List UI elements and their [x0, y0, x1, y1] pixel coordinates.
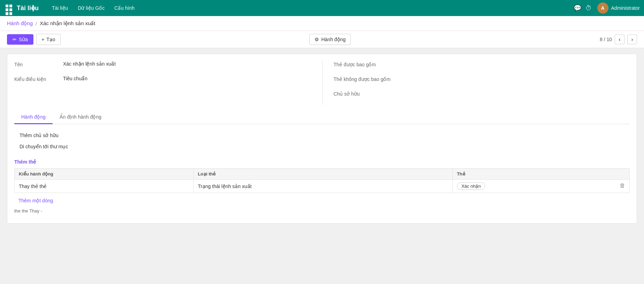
chat-icon[interactable]: 💬: [574, 4, 581, 12]
breadcrumb-separator: /: [36, 21, 37, 27]
menu-item-config[interactable]: Cấu hình: [109, 0, 139, 16]
prev-page-button[interactable]: ‹: [615, 35, 624, 44]
value-kieu-dieu-kien: Tiêu chuẩn: [63, 76, 311, 81]
cell-action-type: Thay thẻ thẻ: [15, 180, 194, 193]
form-right-section: Thẻ được bao gồm Thẻ không được bao gồm …: [322, 61, 630, 105]
delete-row-icon[interactable]: 🗑: [620, 182, 625, 189]
tag-section: Thêm thẻ Kiểu hành động Loại thẻ Thẻ Tha…: [14, 159, 630, 205]
breadcrumb-parent[interactable]: Hành động: [7, 20, 33, 27]
field-the-duoc-bao-gom: Thẻ được bao gồm: [334, 61, 630, 72]
col-header-loai-the: Loại thẻ: [193, 169, 452, 180]
main-content: Tên Xác nhận lệnh sản xuất Kiểu điều kiệ…: [0, 48, 644, 229]
clock-icon[interactable]: ⏱: [585, 5, 592, 12]
action-label: Hành động: [321, 37, 346, 42]
next-page-button[interactable]: ›: [627, 35, 637, 44]
menu-item-documents[interactable]: Tài liệu: [47, 0, 73, 16]
toolbar: ✏ Sửa + Tạo ⚙ Hành động 8 / 10 ‹ ›: [0, 31, 644, 48]
bottom-text: the the Thay -: [14, 205, 630, 216]
form-grid: Tên Xác nhận lệnh sản xuất Kiểu điều kiệ…: [14, 61, 630, 105]
action-button[interactable]: ⚙ Hành động: [309, 34, 351, 45]
action-item-di-chuyen[interactable]: Di chuyển tới thư mục: [14, 141, 630, 152]
topnav-action-icons: 💬 ⏱: [574, 4, 592, 12]
app-title: Tài liệu: [17, 4, 39, 12]
cell-tag-type: Trạng thái lệnh sản xuất: [193, 180, 452, 193]
field-chu-so-huu: Chủ sở hữu: [334, 90, 630, 101]
table-row: Thay thẻ thẻ Trạng thái lệnh sản xuất Xá…: [15, 180, 630, 193]
apps-grid-icon[interactable]: [4, 3, 14, 13]
edit-button[interactable]: ✏ Sửa: [7, 34, 33, 45]
pagination: 8 / 10 ‹ ›: [600, 35, 637, 44]
plus-icon: +: [41, 37, 44, 42]
value-ten: Xác nhận lệnh sản xuất: [63, 61, 311, 67]
tag-badge: Xác nhận: [457, 182, 486, 190]
tag-table: Kiểu hành động Loại thẻ Thẻ Thay thẻ thẻ…: [14, 168, 630, 193]
form-card: Tên Xác nhận lệnh sản xuất Kiểu điều kiệ…: [7, 54, 637, 224]
create-label: Tạo: [46, 37, 55, 42]
gear-icon: ⚙: [315, 37, 319, 42]
avatar: A: [597, 2, 608, 14]
username: Administrator: [611, 5, 640, 11]
tab-an-dinh-hanh-dong[interactable]: Ấn định hành động: [53, 111, 108, 124]
pencil-icon: ✏: [13, 37, 17, 42]
action-list: Thêm chủ sở hữu Di chuyển tới thư mục: [14, 130, 630, 152]
tabs-bar: Hành động Ấn định hành động: [14, 111, 630, 124]
menu-item-source-data[interactable]: Dữ liệu Gốc: [73, 0, 109, 16]
tab-hanh-dong[interactable]: Hành động: [14, 111, 53, 124]
label-chu-so-huu: Chủ sở hữu: [334, 90, 382, 97]
edit-label: Sửa: [19, 37, 28, 42]
add-row-link[interactable]: Thêm một dòng: [14, 196, 57, 205]
create-button[interactable]: + Tạo: [36, 34, 61, 45]
pagination-text: 8 / 10: [600, 37, 612, 42]
label-kieu-dieu-kien: Kiểu điều kiện: [14, 76, 63, 82]
top-navigation: Tài liệu Tài liệu Dữ liệu Gốc Cấu hình 💬…: [0, 0, 644, 16]
label-ten: Tên: [14, 61, 63, 67]
section-title-them-the[interactable]: Thêm thẻ: [14, 159, 630, 165]
top-menu: Tài liệu Dữ liệu Gốc Cấu hình: [47, 0, 139, 16]
field-kieu-dieu-kien: Kiểu điều kiện Tiêu chuẩn: [14, 76, 311, 86]
field-the-khong-duoc-bao-gom: Thẻ không được bao gồm: [334, 76, 630, 86]
label-the-khong-duoc-bao-gom: Thẻ không được bao gồm: [334, 76, 391, 82]
col-header-the: Thẻ: [452, 169, 629, 180]
form-left-section: Tên Xác nhận lệnh sản xuất Kiểu điều kiệ…: [14, 61, 322, 105]
field-ten: Tên Xác nhận lệnh sản xuất: [14, 61, 311, 72]
label-the-duoc-bao-gom: Thẻ được bao gồm: [334, 61, 382, 67]
action-item-them-chu-so-huu[interactable]: Thêm chủ sở hữu: [14, 130, 630, 141]
breadcrumb: Hành động / Xác nhận lệnh sản xuất: [0, 16, 644, 31]
col-header-kieu-hanh-dong: Kiểu hành động: [15, 169, 194, 180]
user-menu[interactable]: A Administrator: [597, 2, 640, 14]
breadcrumb-current: Xác nhận lệnh sản xuất: [40, 20, 95, 27]
cell-tag: Xác nhận 🗑: [452, 180, 629, 193]
